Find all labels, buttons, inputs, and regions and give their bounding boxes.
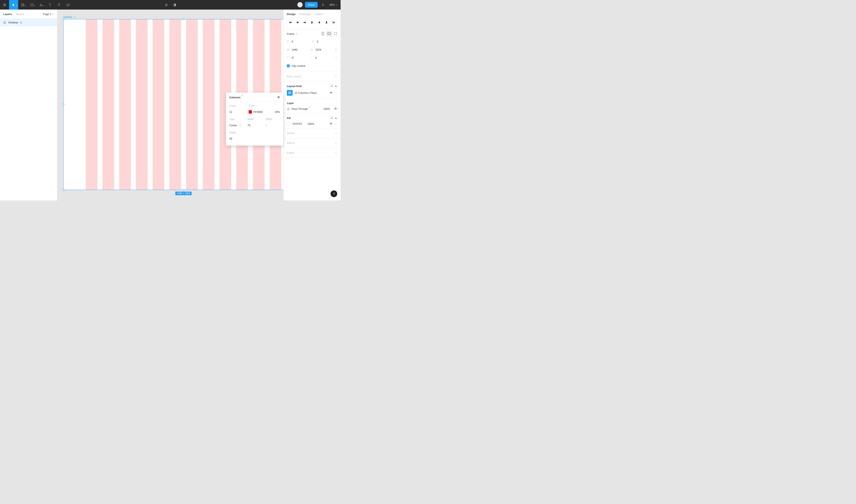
shape-tool[interactable] bbox=[27, 0, 36, 10]
tab-layers[interactable]: Layers bbox=[3, 13, 12, 16]
add-layout-grid-icon[interactable]: ＋ bbox=[335, 85, 337, 88]
tab-prototype[interactable]: Prototype bbox=[299, 13, 311, 16]
radius-input[interactable]: 0 bbox=[315, 56, 317, 59]
fill-opacity[interactable]: 100% bbox=[308, 122, 314, 125]
eye-icon[interactable] bbox=[334, 107, 337, 111]
add-export-icon[interactable]: ＋ bbox=[335, 151, 337, 155]
clip-content-checkbox[interactable]: ✓ bbox=[287, 65, 290, 67]
resize-handle[interactable] bbox=[63, 104, 64, 106]
layer-header: Layer bbox=[287, 102, 294, 105]
w-input[interactable]: 1440 bbox=[292, 48, 297, 51]
page-dropdown[interactable]: Page 1 bbox=[43, 13, 54, 16]
grid-styles-icon[interactable] bbox=[330, 85, 333, 88]
fill-row[interactable]: FFFFFF 100% — bbox=[287, 122, 337, 126]
svg-rect-31 bbox=[328, 33, 331, 35]
align-hcenter-icon[interactable] bbox=[294, 20, 301, 25]
align-vcenter-icon[interactable] bbox=[316, 20, 323, 25]
fill-styles-icon[interactable] bbox=[330, 116, 333, 120]
constrain-proportions-icon[interactable] bbox=[334, 48, 337, 52]
align-right-icon[interactable] bbox=[301, 20, 308, 25]
zoom-dropdown[interactable]: 88% bbox=[329, 3, 338, 6]
svg-rect-30 bbox=[322, 32, 324, 35]
tab-assets[interactable]: Assets bbox=[16, 13, 24, 16]
svg-rect-7 bbox=[31, 4, 33, 6]
blend-mode-icon bbox=[287, 107, 290, 110]
type-dropdown[interactable]: Center bbox=[229, 123, 244, 128]
rotation-input[interactable]: 0° bbox=[292, 56, 294, 59]
align-bottom-icon[interactable] bbox=[323, 20, 330, 25]
export-header: Export bbox=[287, 151, 295, 154]
align-left-icon[interactable] bbox=[287, 20, 294, 25]
resize-handle[interactable] bbox=[63, 18, 64, 20]
right-panel: Design Prototype Inspect Frame X0 Y0 W1 bbox=[283, 10, 340, 200]
color-swatch-icon bbox=[249, 110, 252, 113]
x-input[interactable]: 0 bbox=[292, 40, 293, 43]
pen-tool[interactable] bbox=[36, 0, 46, 10]
layer-row[interactable]: Desktop - 1 bbox=[0, 19, 57, 26]
y-input[interactable]: 0 bbox=[317, 40, 318, 43]
add-fill-icon[interactable]: ＋ bbox=[335, 116, 337, 120]
layout-grid-item[interactable]: 12 Columns (70px) — bbox=[287, 90, 337, 96]
text-tool[interactable] bbox=[46, 0, 54, 10]
grid-description: 12 Columns (70px) bbox=[295, 91, 317, 94]
independent-corners-icon[interactable] bbox=[334, 56, 337, 59]
fill-hex[interactable]: FFFFFF bbox=[293, 122, 302, 125]
distribute-icon[interactable] bbox=[330, 20, 337, 25]
svg-point-39 bbox=[331, 92, 332, 93]
color-input[interactable]: FF000020% bbox=[249, 109, 280, 114]
close-icon[interactable]: ✕ bbox=[277, 95, 280, 99]
share-button[interactable]: Share bbox=[305, 2, 318, 7]
count-input[interactable]: 12 bbox=[229, 109, 245, 114]
gutter-input[interactable]: 30 bbox=[229, 136, 280, 141]
svg-rect-29 bbox=[333, 22, 334, 23]
resize-to-fit-icon[interactable] bbox=[332, 31, 338, 37]
svg-point-35 bbox=[332, 86, 333, 87]
layer-name: Desktop - 1 bbox=[8, 21, 22, 24]
add-stroke-icon[interactable]: ＋ bbox=[335, 131, 337, 135]
tab-inspect[interactable]: Inspect bbox=[315, 13, 323, 16]
add-effect-icon[interactable]: ＋ bbox=[335, 141, 337, 145]
eye-icon[interactable] bbox=[329, 122, 333, 126]
frame-preset-dropdown[interactable]: Frame bbox=[287, 33, 297, 35]
menu-icon[interactable] bbox=[0, 0, 9, 10]
svg-point-32 bbox=[331, 85, 331, 86]
h-input[interactable]: 1024 bbox=[315, 48, 321, 51]
svg-point-41 bbox=[331, 117, 331, 118]
fill-swatch-icon bbox=[287, 122, 291, 126]
blend-mode-dropdown[interactable]: Pass Through bbox=[292, 107, 310, 110]
tab-design[interactable]: Design bbox=[287, 13, 296, 16]
move-tool[interactable] bbox=[9, 0, 18, 10]
svg-rect-26 bbox=[326, 21, 327, 23]
remove-grid-icon[interactable]: — bbox=[335, 91, 337, 94]
orientation-portrait-icon[interactable] bbox=[320, 31, 326, 37]
hand-tool[interactable] bbox=[54, 0, 64, 10]
frame-tool[interactable] bbox=[18, 0, 27, 10]
svg-point-44 bbox=[332, 119, 333, 119]
align-top-icon[interactable] bbox=[308, 20, 315, 25]
grid-type-dropdown[interactable]: Columns bbox=[229, 96, 243, 99]
svg-rect-37 bbox=[290, 92, 290, 94]
svg-point-34 bbox=[331, 86, 331, 87]
clip-content-label: Clip content bbox=[292, 65, 305, 67]
components-icon[interactable] bbox=[164, 0, 169, 10]
present-icon[interactable] bbox=[320, 0, 326, 10]
resize-handle[interactable] bbox=[63, 189, 64, 191]
frame-label[interactable]: Desktop - 1 bbox=[63, 16, 75, 18]
help-button[interactable]: ? bbox=[331, 191, 337, 197]
add-auto-layout-icon[interactable]: ＋ bbox=[335, 75, 337, 78]
opacity-input[interactable]: 100% bbox=[324, 107, 330, 110]
orientation-landscape-icon[interactable] bbox=[326, 31, 332, 37]
offset-input: 0 bbox=[266, 123, 280, 128]
resize-handle[interactable] bbox=[183, 18, 185, 20]
width-input[interactable]: 70 bbox=[247, 123, 262, 128]
svg-point-40 bbox=[335, 108, 336, 109]
eye-icon[interactable] bbox=[329, 91, 333, 95]
avatar[interactable] bbox=[297, 2, 303, 7]
svg-rect-22 bbox=[312, 22, 313, 23]
svg-point-43 bbox=[331, 119, 331, 119]
comment-tool[interactable] bbox=[64, 0, 73, 10]
remove-fill-icon[interactable]: — bbox=[335, 122, 337, 125]
color-label: Color bbox=[249, 105, 280, 107]
resize-handle[interactable] bbox=[183, 189, 185, 191]
mask-icon[interactable] bbox=[172, 0, 177, 10]
